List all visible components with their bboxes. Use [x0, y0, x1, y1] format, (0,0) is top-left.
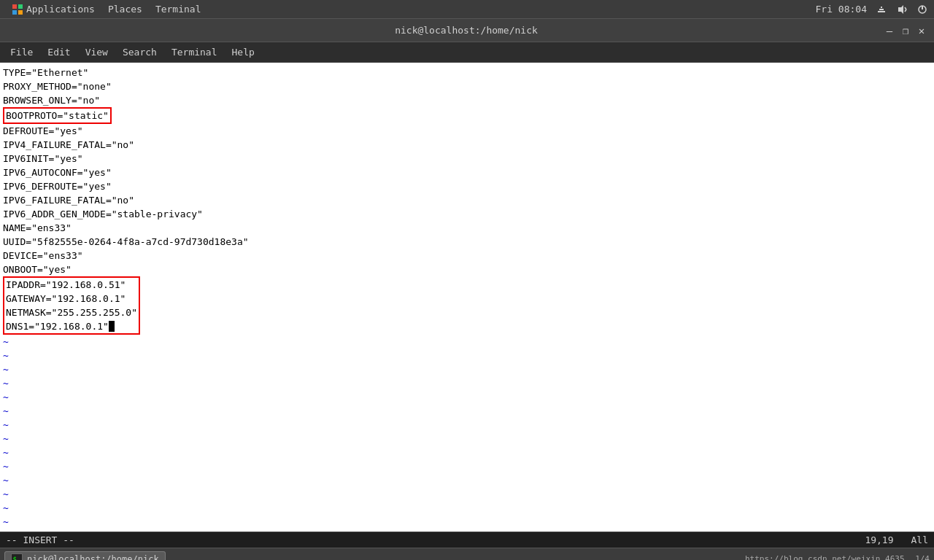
line-6: IPV4_FAILURE_FATAL="no"	[3, 138, 931, 152]
line-dns1: DNS1="192.168.0.1"	[6, 319, 137, 333]
svg-marker-7	[898, 5, 903, 14]
line-14: DEVICE="ens33"	[3, 249, 931, 262]
svg-line-9	[905, 9, 906, 12]
svg-rect-0	[12, 4, 17, 9]
tilde-7: ~	[3, 418, 931, 432]
window-title: nick@localhost:/home/nick	[50, 25, 883, 36]
close-button[interactable]: ✕	[915, 24, 928, 37]
menu-view[interactable]: View	[78, 45, 115, 59]
applications-menu[interactable]: Applications	[6, 2, 101, 17]
line-4: BOOTPROTO="static"	[3, 107, 931, 124]
network-icon	[876, 4, 887, 15]
tilde-12: ~	[3, 487, 931, 501]
applications-label: Applications	[26, 4, 95, 15]
line-netmask: NETMASK="255.255.255.0"	[6, 306, 137, 319]
taskbar-page: 1/4	[915, 554, 930, 560]
system-top-bar: Applications Places Terminal Fri 08:04	[0, 0, 934, 19]
svg-rect-5	[879, 9, 884, 10]
menu-search[interactable]: Search	[115, 45, 164, 59]
minimize-button[interactable]: —	[883, 24, 896, 37]
tilde-3: ~	[3, 362, 931, 376]
terminal-icon: $_	[11, 553, 23, 561]
taskbar-link: https://blog.csdn.net/weixin_4635	[745, 554, 905, 560]
line-8: IPV6_AUTOCONF="yes"	[3, 166, 931, 179]
line-2: PROXY_METHOD="none"	[3, 79, 931, 93]
taskbar: $_ nick@localhost:/home/nick https://blo…	[0, 548, 934, 560]
insert-mode-indicator: -- INSERT --	[6, 534, 74, 545]
svg-rect-1	[18, 4, 23, 9]
taskbar-left: $_ nick@localhost:/home/nick	[4, 551, 166, 561]
line-1: TYPE="Ethernet"	[3, 66, 931, 79]
taskbar-terminal-item[interactable]: $_ nick@localhost:/home/nick	[4, 551, 166, 561]
taskbar-item-label: nick@localhost:/home/nick	[27, 554, 159, 561]
tilde-5: ~	[3, 390, 931, 404]
svg-line-8	[905, 7, 906, 9]
tilde-10: ~	[3, 459, 931, 473]
places-label: Places	[108, 4, 142, 15]
tilde-6: ~	[3, 404, 931, 418]
terminal-label: Terminal	[155, 4, 201, 15]
bootproto-highlight: BOOTPROTO="static"	[3, 107, 112, 124]
terminal-menu[interactable]: Terminal	[150, 2, 207, 16]
vim-status-bar: -- INSERT -- 19,19 All	[0, 532, 934, 548]
tilde-13: ~	[3, 501, 931, 515]
svg-rect-2	[12, 10, 17, 15]
tilde-4: ~	[3, 376, 931, 390]
tilde-9: ~	[3, 446, 931, 459]
terminal-window: nick@localhost:/home/nick — ❐ ✕ File Edi…	[0, 19, 934, 548]
places-menu[interactable]: Places	[102, 2, 148, 16]
line-3: BROWSER_ONLY="no"	[3, 93, 931, 107]
volume-icon	[896, 4, 908, 15]
cursor-position: 19,19	[865, 534, 893, 545]
tilde-11: ~	[3, 473, 931, 487]
line-12: NAME="ens33"	[3, 221, 931, 235]
title-bar: nick@localhost:/home/nick — ❐ ✕	[0, 19, 934, 42]
text-cursor	[109, 321, 115, 332]
power-icon[interactable]	[916, 4, 928, 15]
editor-area[interactable]: TYPE="Ethernet" PROXY_METHOD="none" BROW…	[0, 63, 934, 532]
line-9: IPV6_DEFROUTE="yes"	[3, 179, 931, 193]
svg-rect-3	[18, 10, 23, 15]
line-gateway: GATEWAY="192.168.0.1"	[6, 292, 137, 306]
line-7: IPV6INIT="yes"	[3, 152, 931, 166]
taskbar-right: https://blog.csdn.net/weixin_4635 1/4	[745, 554, 930, 560]
menu-file[interactable]: File	[3, 45, 40, 59]
line-13: UUID="5f82555e-0264-4f8a-a7cd-97d730d18e…	[3, 235, 931, 249]
line-ipaddr: IPADDR="192.168.0.51"	[6, 278, 137, 292]
tilde-1: ~	[3, 335, 931, 349]
top-bar-left: Applications Places Terminal	[6, 2, 207, 17]
restore-button[interactable]: ❐	[899, 24, 912, 37]
menu-help[interactable]: Help	[225, 45, 262, 59]
menu-edit[interactable]: Edit	[40, 45, 77, 59]
line-5: DEFROUTE="yes"	[3, 124, 931, 138]
tilde-2: ~	[3, 349, 931, 362]
menu-terminal[interactable]: Terminal	[164, 45, 225, 59]
tilde-14: ~	[3, 515, 931, 529]
top-bar-right: Fri 08:04	[816, 4, 928, 15]
line-15: ONBOOT="yes"	[3, 262, 931, 276]
datetime: Fri 08:04	[816, 4, 867, 15]
scroll-position: All	[911, 534, 928, 545]
gnome-icon	[12, 4, 23, 15]
ip-section-highlight: IPADDR="192.168.0.51" GATEWAY="192.168.0…	[3, 276, 140, 335]
window-controls: — ❐ ✕	[883, 24, 928, 37]
svg-rect-6	[881, 7, 882, 8]
line-11: IPV6_ADDR_GEN_MODE="stable-privacy"	[3, 207, 931, 221]
svg-rect-4	[878, 11, 885, 12]
tilde-8: ~	[3, 432, 931, 446]
menu-bar: File Edit View Search Terminal Help	[0, 42, 934, 63]
line-10: IPV6_FAILURE_FATAL="no"	[3, 193, 931, 207]
